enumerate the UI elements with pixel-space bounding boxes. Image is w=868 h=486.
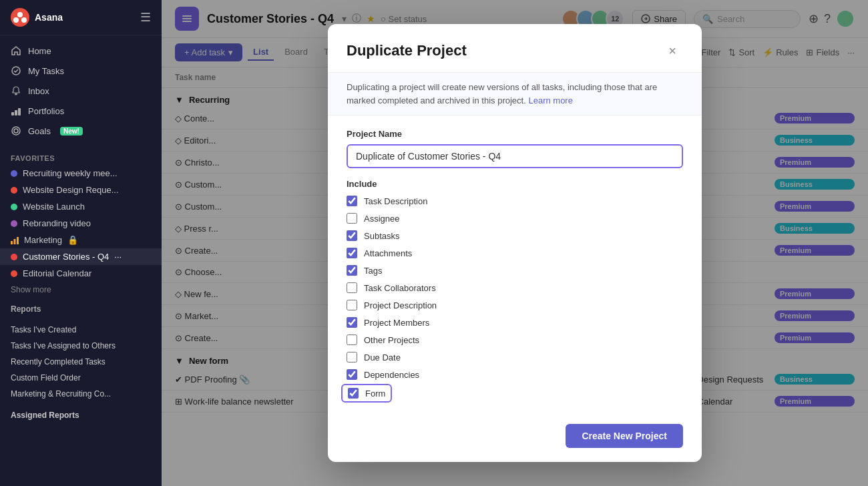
sidebar-item-custom-field[interactable]: Custom Field Order xyxy=(0,370,162,386)
lock-icon: 🔒 xyxy=(67,235,78,245)
create-new-project-button[interactable]: Create New Project xyxy=(566,424,683,448)
check-circle-icon xyxy=(11,65,21,76)
svg-rect-6 xyxy=(15,110,17,115)
fav-dot xyxy=(11,270,17,277)
sidebar-item-label: Home xyxy=(28,46,51,56)
sidebar-item-recently-completed[interactable]: Recently Completed Tasks xyxy=(0,354,162,370)
checkbox-subtasks[interactable]: Subtasks xyxy=(347,230,683,241)
main-content: Customer Stories - Q4 ▾ ⓘ ★ ○ Set status… xyxy=(162,0,868,486)
sidebar-item-my-tasks[interactable]: My Tasks xyxy=(0,61,162,81)
checkbox-dependencies[interactable]: Dependencies xyxy=(347,369,683,380)
modal-info: Duplicating a project will create new ve… xyxy=(328,72,702,115)
hamburger-icon[interactable]: ☰ xyxy=(140,10,151,25)
sidebar-item-goals[interactable]: Goals New! xyxy=(0,121,162,141)
project-name-input[interactable] xyxy=(347,144,683,168)
sidebar-item-inbox[interactable]: Inbox xyxy=(0,81,162,101)
fav-label: Editorial Calendar xyxy=(23,268,91,278)
sidebar-header: Asana ☰ xyxy=(0,0,162,35)
sidebar-item-fav-2[interactable]: Website Design Reque... xyxy=(0,182,162,198)
bar-chart-icon xyxy=(11,236,19,244)
goals-new-badge: New! xyxy=(60,127,83,136)
bell-icon xyxy=(11,85,21,96)
favorites-list: Recruiting weekly mee... Website Design … xyxy=(0,165,162,282)
portfolios-icon xyxy=(11,105,21,116)
asana-logo[interactable]: Asana xyxy=(11,8,63,27)
fav-dot xyxy=(11,254,17,260)
home-icon xyxy=(11,45,21,56)
svg-rect-5 xyxy=(11,112,14,115)
main-nav: Home My Tasks Inbox Portfolios Goals New… xyxy=(0,35,162,146)
modal-header: Duplicate Project × xyxy=(328,24,702,72)
duplicate-project-modal: Duplicate Project × Duplicating a projec… xyxy=(328,24,702,461)
checkbox-task-desc[interactable]: Task Description xyxy=(347,196,683,206)
goals-icon xyxy=(11,126,21,136)
show-more-button[interactable]: Show more xyxy=(0,282,162,298)
fav-dot xyxy=(11,220,17,227)
modal-close-button[interactable]: × xyxy=(662,40,683,61)
modal-footer: Create New Project xyxy=(328,413,702,461)
svg-point-1 xyxy=(17,12,23,17)
checkbox-other-projects[interactable]: Other Projects xyxy=(347,334,683,345)
sidebar: Asana ☰ Home My Tasks Inbox Portfolios G… xyxy=(0,0,162,486)
checkbox-due-date[interactable]: Due Date xyxy=(347,352,683,362)
sidebar-item-tasks-created[interactable]: Tasks I've Created xyxy=(0,322,162,338)
sidebar-item-fav-6[interactable]: Customer Stories - Q4 ··· xyxy=(0,248,162,265)
fav-label: Recruiting weekly mee... xyxy=(23,168,118,178)
modal-body: Project Name Include Task Description As… xyxy=(328,115,702,413)
checkbox-list: Task Description Assignee Subtasks Attac… xyxy=(347,196,683,400)
app-name: Asana xyxy=(35,12,63,23)
sidebar-item-fav-1[interactable]: Recruiting weekly mee... xyxy=(0,165,162,182)
sidebar-item-fav-4[interactable]: Rebranding video xyxy=(0,215,162,232)
more-dots-icon[interactable]: ··· xyxy=(114,252,122,262)
sidebar-item-label: Goals xyxy=(28,126,51,136)
modal-title: Duplicate Project xyxy=(347,42,467,59)
checkbox-task-collaborators[interactable]: Task Collaborators xyxy=(347,282,683,293)
sidebar-item-fav-3[interactable]: Website Launch xyxy=(0,198,162,215)
checkbox-assignee[interactable]: Assignee xyxy=(347,213,683,224)
include-label: Include xyxy=(347,179,683,189)
sidebar-item-marketing-co[interactable]: Marketing & Recruiting Co... xyxy=(0,386,162,402)
fav-dot xyxy=(11,170,17,177)
modal-overlay[interactable]: Duplicate Project × Duplicating a projec… xyxy=(162,0,868,486)
checkbox-project-members[interactable]: Project Members xyxy=(347,317,683,328)
checkbox-tags[interactable]: Tags xyxy=(347,265,683,276)
svg-rect-7 xyxy=(18,108,21,115)
svg-point-9 xyxy=(14,129,18,133)
svg-point-3 xyxy=(21,17,27,23)
sidebar-item-label: Inbox xyxy=(28,86,49,96)
sidebar-item-tasks-assigned[interactable]: Tasks I've Assigned to Others xyxy=(0,338,162,354)
fav-label: Marketing xyxy=(24,235,62,245)
sidebar-item-label: My Tasks xyxy=(28,66,64,76)
sidebar-item-fav-5[interactable]: Marketing 🔒 xyxy=(0,232,162,248)
fav-label: Website Launch xyxy=(23,202,85,212)
sidebar-item-fav-7[interactable]: Editorial Calendar xyxy=(0,265,162,282)
sidebar-item-portfolios[interactable]: Portfolios xyxy=(0,101,162,121)
reports-section-header: Reports xyxy=(0,298,162,316)
svg-rect-11 xyxy=(14,239,16,244)
fav-label: Customer Stories - Q4 xyxy=(23,252,109,262)
fav-label: Rebranding video xyxy=(23,218,91,228)
project-name-label: Project Name xyxy=(347,129,683,139)
svg-point-2 xyxy=(13,17,19,23)
svg-point-8 xyxy=(12,127,20,135)
fav-dot xyxy=(11,204,17,210)
checkbox-attachments[interactable]: Attachments xyxy=(347,248,683,258)
favorites-section-header: Favorites xyxy=(0,146,162,165)
asana-logo-icon xyxy=(11,8,29,27)
sidebar-item-label: Portfolios xyxy=(28,106,64,116)
checkbox-project-desc[interactable]: Project Description xyxy=(347,300,683,310)
checkbox-form[interactable]: Form xyxy=(341,384,392,403)
reports-list: Tasks I've Created Tasks I've Assigned t… xyxy=(0,316,162,429)
fav-dot xyxy=(11,187,17,194)
fav-label: Website Design Reque... xyxy=(23,185,119,195)
learn-more-link[interactable]: Learn more xyxy=(528,95,572,105)
svg-rect-10 xyxy=(11,241,13,244)
svg-rect-12 xyxy=(17,237,19,244)
sidebar-item-home[interactable]: Home xyxy=(0,41,162,61)
sidebar-item-assigned-reports[interactable]: Assigned Reports xyxy=(0,407,162,423)
